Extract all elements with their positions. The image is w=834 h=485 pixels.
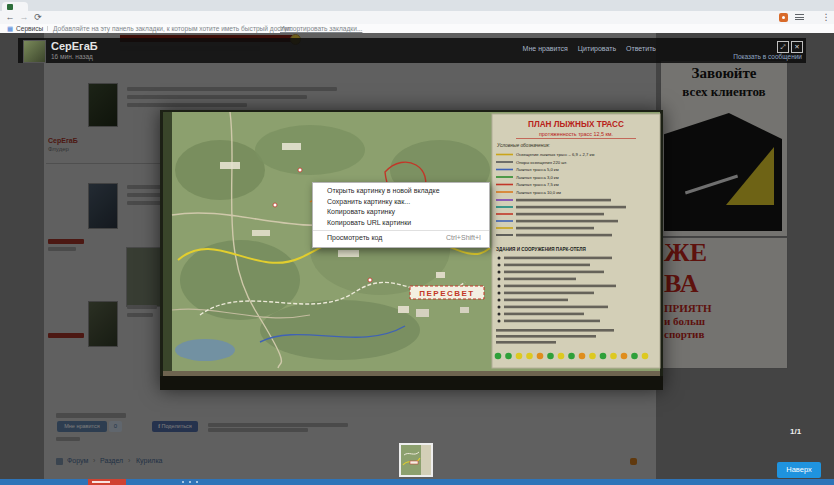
ski-map-image: ПЕРЕСВЕТ ПЛАН ЛЫЖНЫХ ТРАСС протяженность… (160, 110, 663, 390)
show-in-message-link[interactable]: Показать в сообщении (733, 53, 802, 60)
svg-text:Лыжная трасса 10,0 км: Лыжная трасса 10,0 км (516, 190, 561, 195)
site-footer-bar (0, 479, 834, 485)
svg-text:Лыжная трасса 3,0 км: Лыжная трасса 3,0 км (516, 175, 559, 180)
context-menu: Открыть картинку в новой вкладке Сохрани… (312, 182, 490, 248)
tab-strip (0, 0, 834, 11)
back-to-top-button[interactable]: Наверх (777, 462, 821, 478)
menu-item-inspect[interactable]: Просмотреть код Ctrl+Shift+I (313, 233, 489, 244)
lightbox-actions: Мне нравится Цитировать Ответить (523, 45, 656, 52)
map-subtitle: протяженность трасс 12,5 км. (539, 131, 613, 137)
lightbox-image[interactable]: ПЕРЕСВЕТ ПЛАН ЛЫЖНЫХ ТРАСС протяженность… (160, 110, 663, 390)
footer-dot (182, 481, 184, 483)
import-bookmarks-link[interactable]: Импортировать закладки... (280, 24, 362, 33)
back-button[interactable]: ← (4, 11, 16, 24)
back-to-top-label: Наверх (786, 465, 812, 474)
svg-text:Лыжная трасса 7,5 км: Лыжная трасса 7,5 км (516, 182, 559, 187)
thumbnail-image (401, 445, 431, 475)
site-logo[interactable] (88, 479, 126, 485)
svg-text:Опоры освещения 220 шт.: Опоры освещения 220 шт. (516, 160, 567, 165)
map-buildings-header: ЗДАНИЯ И СООРУЖЕНИЯ ПАРК-ОТЕЛЯ (496, 247, 586, 252)
menu-item-copy-image[interactable]: Копировать картинку (313, 207, 489, 218)
bookmarks-divider (47, 26, 48, 31)
browser-menu-icon[interactable]: ⋮ (820, 11, 832, 24)
map-number-dots (495, 353, 649, 360)
menu-item-copy-image-url[interactable]: Копировать URL картинки (313, 218, 489, 229)
bookmarks-list-icon[interactable] (795, 14, 804, 21)
fullscreen-icon[interactable]: ⤢ (777, 41, 789, 53)
menu-item-save-image-as[interactable]: Сохранить картинку как... (313, 197, 489, 208)
close-icon[interactable]: ✕ (791, 41, 803, 53)
lightbox-time: 16 мин. назад (51, 53, 93, 60)
services-bookmark[interactable]: Сервисы (16, 24, 43, 33)
svg-text:Освещение лыжных трасс – 6,9 +: Освещение лыжных трасс – 6,9 + 2,7 км (516, 152, 594, 157)
menu-item-open-image-new-tab[interactable]: Открыть картинку в новой вкладке (313, 186, 489, 197)
tab-favicon-icon (7, 4, 13, 10)
bookmarks-hint-text: Добавляйте на эту панель закладки, к кот… (53, 24, 292, 33)
extension-icon-dot (782, 16, 785, 19)
lightbox-header: СерЕгаБ 16 мин. назад Мне нравится Цитир… (18, 38, 806, 63)
map-legend-header: Условные обозначения: (497, 143, 551, 148)
menu-separator (313, 230, 489, 231)
reload-button[interactable]: ⟳ (32, 11, 44, 24)
footer-dot (189, 481, 191, 483)
lightbox-counter: 1/1 (790, 427, 801, 436)
apps-grid-icon[interactable]: ▦ (7, 25, 13, 33)
menu-shortcut: Ctrl+Shift+I (446, 233, 481, 244)
browser-window: ← → ⟳ ⓘ www.fishing.ru/talks/threads/41/… (0, 0, 834, 485)
footer-dot (196, 481, 198, 483)
map-title: ПЛАН ЛЫЖНЫХ ТРАСС (528, 120, 624, 129)
lightbox-author[interactable]: СерЕгаБ (51, 40, 98, 52)
extension-icon[interactable] (779, 13, 788, 22)
browser-toolbar: ← → ⟳ ⓘ www.fishing.ru/talks/threads/41/… (0, 11, 834, 24)
browser-tab[interactable] (2, 2, 28, 11)
avatar[interactable] (23, 40, 46, 63)
forward-button[interactable]: → (18, 11, 30, 24)
reply-link[interactable]: Ответить (626, 45, 656, 52)
like-link[interactable]: Мне нравится (523, 45, 568, 52)
quote-link[interactable]: Цитировать (578, 45, 616, 52)
svg-text:Лыжная трасса 5,0 км: Лыжная трасса 5,0 км (516, 167, 559, 172)
lightbox-thumbnail[interactable] (399, 443, 433, 477)
map-place-label: ПЕРЕСВЕТ (419, 289, 475, 298)
